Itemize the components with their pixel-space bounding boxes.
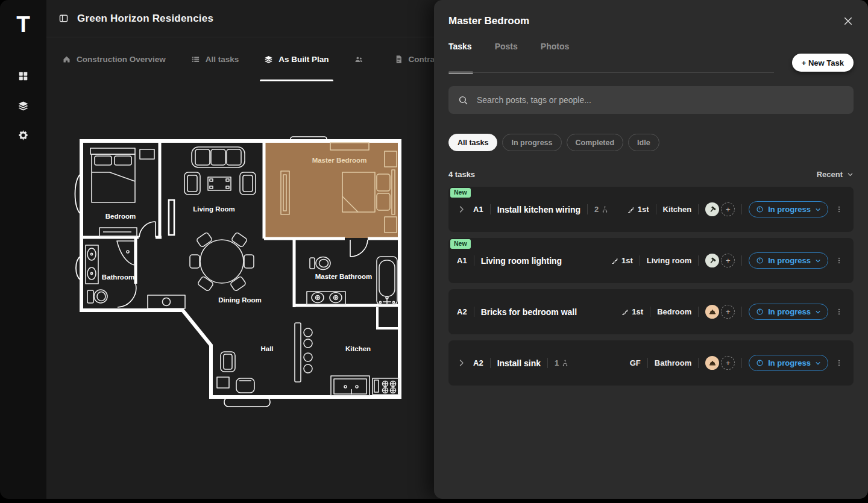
list-icon — [191, 55, 200, 64]
field-divider — [698, 358, 699, 368]
room-detail-drawer: Master Bedroom Tasks Posts Photos + New … — [434, 0, 868, 499]
room-label-hall: Hall — [260, 345, 273, 352]
task-title: Bricks for bedroom wall — [481, 307, 577, 317]
assignee-avatar-hardhat-icon[interactable] — [705, 305, 719, 319]
assignee-avatar-hammer-icon[interactable] — [705, 254, 719, 267]
task-card[interactable]: NewA1Install kitchen wiring21stKitchen+I… — [448, 187, 854, 232]
room-label-bathroom: Bathroom — [102, 273, 134, 281]
tab-construction-overview[interactable]: Construction Overview — [62, 37, 166, 81]
assignees: + — [705, 202, 735, 216]
search-input[interactable] — [476, 95, 844, 105]
expand-chevron-icon[interactable] — [457, 358, 467, 368]
people-icon — [354, 55, 363, 64]
task-id: A1 — [457, 256, 467, 265]
field-divider — [741, 307, 742, 317]
status-dropdown[interactable]: In progress — [749, 304, 828, 320]
left-rail: T — [0, 0, 46, 499]
room-label-dining: Dining Room — [218, 296, 262, 304]
assignees: + — [705, 305, 735, 319]
chevron-down-icon — [815, 207, 821, 213]
tab-divider — [448, 72, 774, 73]
task-id: A2 — [457, 307, 467, 316]
field-divider — [698, 307, 699, 317]
task-card[interactable]: NewA1Living room lighting1stLiving room+… — [448, 238, 854, 283]
field-divider — [698, 204, 699, 214]
expand-chevron-icon[interactable] — [457, 205, 467, 214]
add-assignee-button[interactable]: + — [721, 254, 735, 267]
sort-dropdown[interactable]: Recent — [817, 170, 854, 179]
status-dropdown[interactable]: In progress — [749, 355, 828, 371]
dashboard-icon[interactable] — [17, 70, 29, 82]
kebab-menu-icon[interactable] — [835, 256, 843, 265]
status-dropdown[interactable]: In progress — [749, 201, 828, 217]
field-divider — [698, 255, 699, 266]
field-divider — [474, 307, 474, 317]
drawer-tab-photos[interactable]: Photos — [541, 39, 569, 63]
kebab-menu-icon[interactable] — [835, 205, 843, 214]
field-divider — [474, 255, 474, 266]
field-divider — [547, 358, 548, 368]
task-count: 4 tasks — [448, 170, 475, 179]
subtask-icon — [601, 205, 609, 213]
task-floor: 1st — [611, 256, 633, 265]
task-floor: 1st — [627, 205, 649, 214]
tab-as-built-plan[interactable]: As Built Plan — [264, 37, 329, 81]
field-divider — [490, 204, 491, 214]
app-window: Green Horizon Residencies Construction O… — [46, 0, 868, 499]
sidebar-toggle-icon[interactable] — [58, 13, 69, 23]
task-title: Living room lighting — [481, 256, 562, 266]
filter-in-progress[interactable]: In progress — [502, 134, 561, 151]
task-floor: GF — [630, 358, 641, 367]
app-logo[interactable]: T — [16, 13, 30, 36]
add-assignee-button[interactable]: + — [721, 305, 735, 319]
filter-idle[interactable]: Idle — [628, 134, 659, 151]
filter-all-tasks[interactable]: All tasks — [448, 134, 497, 151]
assignee-avatar-hardhat-icon[interactable] — [705, 356, 719, 370]
task-room: Kitchen — [663, 205, 692, 214]
layers-icon[interactable] — [17, 100, 29, 111]
kebab-menu-icon[interactable] — [835, 358, 843, 367]
room-label-bedroom: Bedroom — [105, 213, 136, 220]
drawer-tab-posts[interactable]: Posts — [495, 39, 518, 63]
in-progress-icon — [756, 205, 764, 213]
assignees: + — [705, 356, 735, 370]
new-badge: New — [450, 239, 471, 249]
task-card[interactable]: A2Install sink1GFBathroom+In progress — [448, 340, 854, 386]
project-title: Green Horizon Residencies — [77, 13, 213, 25]
tab-all-tasks[interactable]: All tasks — [191, 37, 239, 81]
search-bar[interactable] — [448, 86, 854, 114]
home-icon — [62, 55, 71, 64]
field-divider — [490, 358, 491, 368]
search-icon — [458, 95, 468, 105]
task-room: Bathroom — [655, 358, 691, 367]
tab-contractors[interactable] — [354, 37, 369, 81]
room-label-master-bathroom: Master Bathroom — [315, 273, 373, 280]
field-divider — [741, 204, 742, 214]
assignee-avatar-hammer-icon[interactable] — [705, 202, 719, 216]
settings-gear-icon[interactable] — [17, 130, 29, 141]
room-label-living: Living Room — [193, 205, 235, 213]
kebab-menu-icon[interactable] — [835, 307, 843, 316]
room-label-master-bedroom: Master Bedroom — [312, 157, 367, 164]
add-assignee-button[interactable]: + — [721, 356, 735, 370]
stairs-icon — [627, 206, 635, 213]
document-icon — [394, 55, 403, 64]
in-progress-icon — [756, 308, 764, 316]
task-card[interactable]: A2Bricks for bedroom wall1stBedroom+In p… — [448, 289, 854, 334]
task-room: Living room — [647, 256, 691, 265]
floorplan-svg: Bedroom Living Room Master Bedroom Bathr… — [72, 136, 410, 410]
close-icon[interactable] — [843, 16, 854, 27]
task-id: A2 — [473, 358, 483, 367]
field-divider — [587, 204, 588, 214]
task-id: A1 — [473, 205, 483, 214]
stairs-icon — [611, 257, 618, 264]
filter-completed[interactable]: Completed — [567, 134, 624, 151]
drawer-tab-tasks[interactable]: Tasks — [448, 39, 472, 63]
task-title: Install sink — [497, 358, 541, 368]
field-divider — [650, 307, 650, 317]
add-assignee-button[interactable]: + — [721, 202, 735, 216]
chevron-down-icon — [815, 360, 821, 366]
task-room: Bedroom — [657, 307, 691, 316]
new-task-button[interactable]: + New Task — [792, 54, 854, 72]
status-dropdown[interactable]: In progress — [749, 252, 828, 269]
